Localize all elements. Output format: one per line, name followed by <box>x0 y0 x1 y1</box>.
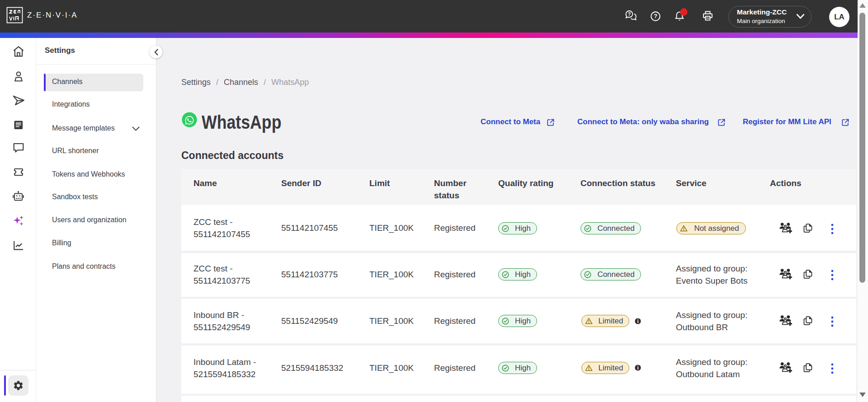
svg-text:?: ? <box>628 11 631 17</box>
svg-text:?: ? <box>654 13 657 19</box>
